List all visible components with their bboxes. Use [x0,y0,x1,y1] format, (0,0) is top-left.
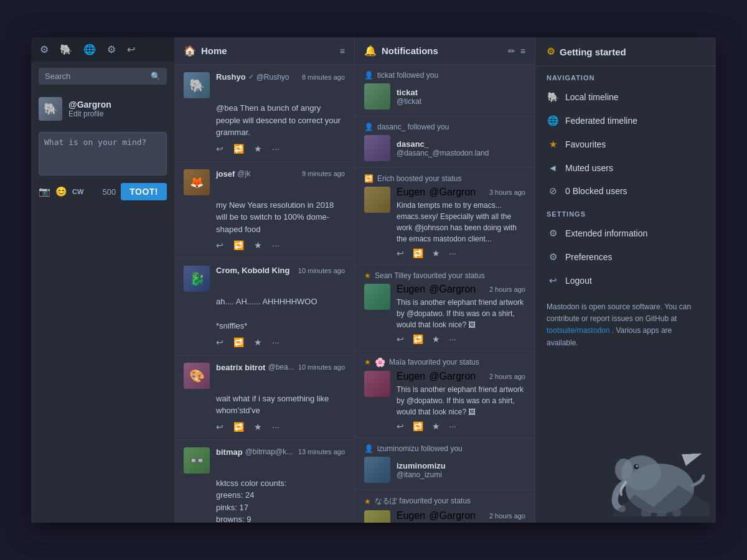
preferences-nav[interactable]: ⚙ Preferences [535,245,716,269]
fav-button[interactable]: ★ [254,240,262,250]
fav-button[interactable]: ★ [254,144,262,154]
notif-item[interactable]: 👤 tickat followed you tickat @tickat [355,65,535,116]
boost-button[interactable]: 🔁 [233,337,244,347]
notif-username: tickat [397,88,421,97]
notif-actions: ↩ 🔁 ★ ··· [397,248,525,258]
github-link[interactable]: tootsuite/mastodon [547,326,609,335]
boost-button[interactable]: 🔁 [413,248,423,258]
more-button[interactable]: ··· [272,422,280,432]
star-icon: ★ [364,497,371,506]
status-item[interactable]: 🐉 Crom, Kobold King 10 minutes ago ah...… [174,258,354,355]
more-button[interactable]: ··· [272,240,280,250]
reply-button[interactable]: ↩ [216,240,223,250]
more-button[interactable]: ··· [449,334,456,344]
status-meta: beatrix bitrot @bea... 10 minutes ago [216,363,345,372]
logout-icon[interactable]: ↩ [127,44,135,55]
reply-button[interactable]: ↩ [397,334,404,344]
notif-item[interactable]: ★ 🌸 Maïa favourited your status Eugen @G… [355,351,535,438]
camera-button[interactable]: 📷 [39,186,50,197]
post-body: ah.... AH...... AHHHHHWOO*sniffles* [216,296,345,332]
fav-button[interactable]: ★ [254,422,262,432]
fav-button[interactable]: ★ [432,334,440,344]
more-button[interactable]: ··· [449,421,456,431]
more-button[interactable]: ··· [449,248,456,258]
search-bar[interactable]: 🔍 [39,68,167,85]
post-handle: @jk [237,169,250,178]
notif-item[interactable]: 👤 izuminomizu followed you izuminomizu @… [355,438,535,490]
notif-content-text: Eugen @Gargron 3 hours ago Kinda tempts … [397,187,525,245]
blocked-users-nav[interactable]: ⊘ 0 Blocked users [535,179,716,203]
fav-button[interactable]: ★ [432,421,440,431]
logout-nav[interactable]: ↩ Logout [535,269,716,292]
elephant-icon[interactable]: 🐘 [60,44,72,55]
emoji-button[interactable]: 😊 [55,186,67,197]
more-button[interactable]: ··· [272,337,280,347]
user-profile[interactable]: 🐘 @Gargron Edit profile [31,91,174,127]
char-count: 500 [103,187,116,197]
notif-user-row: tickat @tickat [364,83,525,110]
reply-button[interactable]: ↩ [216,422,223,432]
compose-textarea[interactable] [39,132,167,175]
notif-content: Eugen @Gargron 3 hours ago Kinda tempts … [364,187,525,245]
app-container: ⚙ 🐘 🌐 ⚙ ↩ 🔍 🐘 @Gargron Edit profile 📷 😊 … [31,37,716,523]
notif-user-info: izuminomizu @itano_izumi [397,461,446,479]
post-handle: @bitmap@k... [245,447,293,456]
avatar [364,371,390,397]
more-button[interactable]: ··· [272,144,280,154]
boost-button[interactable]: 🔁 [233,240,244,250]
nav-section-label: NAVIGATION [535,67,716,85]
toot-button[interactable]: TOOT! [121,183,167,200]
notif-item[interactable]: 👤 dasanc_ followed you dasanc_ @dasanc_@… [355,116,535,168]
search-magnifier-icon: 🔍 [151,72,161,81]
fav-button[interactable]: ★ [254,337,262,347]
cw-button[interactable]: CW [72,188,83,195]
star-nav-icon: ★ [547,139,559,150]
reply-button[interactable]: ↩ [397,248,404,258]
federated-timeline-nav[interactable]: 🌐 Federated timeline [535,109,716,133]
local-timeline-nav[interactable]: 🐘 Local timeline [535,85,716,109]
home-column-scroll[interactable]: 🐘 Rushyo ✓ @Rushyo 8 minutes ago @bea Th… [174,65,354,523]
muted-users-nav[interactable]: ◄ Muted users [535,156,716,179]
right-panel: ⚙ Getting started NAVIGATION 🐘 Local tim… [535,37,716,523]
extended-info-nav[interactable]: ⚙ Extended information [535,222,716,245]
logout-label: Logout [565,276,592,286]
status-item[interactable]: 👓 bitmap @bitmap@k... 13 minutes ago kkt… [174,440,354,523]
status-actions: ↩ 🔁 ★ ··· [216,144,345,154]
reply-button[interactable]: ↩ [397,421,404,431]
notif-column-header: 🔔 Notifications ✏ ≡ [355,37,535,65]
avatar [364,135,390,161]
mute-nav-icon: ◄ [547,162,559,173]
status-item[interactable]: 🦊 josef @jk 9 minutes ago my New Years r… [174,162,354,259]
status-item[interactable]: 🎨 beatrix bitrot @bea... 10 minutes ago … [174,355,354,440]
notif-item[interactable]: 🔁 Erich boosted your status Eugen @Gargr… [355,168,535,265]
notif-edit-icon[interactable]: ✏ [508,46,515,56]
settings-icon[interactable]: ⚙ [40,44,49,55]
username: @Gargron [68,100,111,110]
globe-icon[interactable]: 🌐 [83,44,96,55]
edit-profile-link[interactable]: Edit profile [68,110,111,118]
boost-button[interactable]: 🔁 [233,422,244,432]
notif-type-label: Erich boosted your status [377,174,461,183]
notif-item[interactable]: ★ Sean Tilley favourited your status Eug… [355,265,535,351]
notif-column-scroll[interactable]: 👤 tickat followed you tickat @tickat [355,65,535,523]
status-item[interactable]: 🐘 Rushyo ✓ @Rushyo 8 minutes ago @bea Th… [174,65,354,162]
boost-button[interactable]: 🔁 [233,144,244,154]
gear-icon[interactable]: ⚙ [107,44,116,55]
status-actions: ↩ 🔁 ★ ··· [216,240,345,250]
search-input[interactable] [45,72,151,81]
boost-button[interactable]: 🔁 [413,334,423,344]
home-icon: 🏠 [184,45,196,57]
reply-button[interactable]: ↩ [216,144,223,154]
notif-user-info: tickat @tickat [397,88,421,106]
notif-actions: ↩ 🔁 ★ ··· [397,334,525,344]
home-settings-icon[interactable]: ≡ [340,46,345,56]
notif-settings-icon[interactable]: ≡ [520,46,525,56]
fav-button[interactable]: ★ [432,248,440,258]
elephant-illustration [535,358,716,523]
notif-item[interactable]: ★ なるぽ favourited your status Eugen @Garg… [355,490,535,523]
favourites-nav[interactable]: ★ Favourites [535,133,716,156]
elephant-nav-icon: 🐘 [547,91,559,103]
boost-button[interactable]: 🔁 [413,421,423,431]
notif-content-text: Eugen @Gargron 2 hours ago This is anoth… [397,371,525,418]
reply-button[interactable]: ↩ [216,337,223,347]
